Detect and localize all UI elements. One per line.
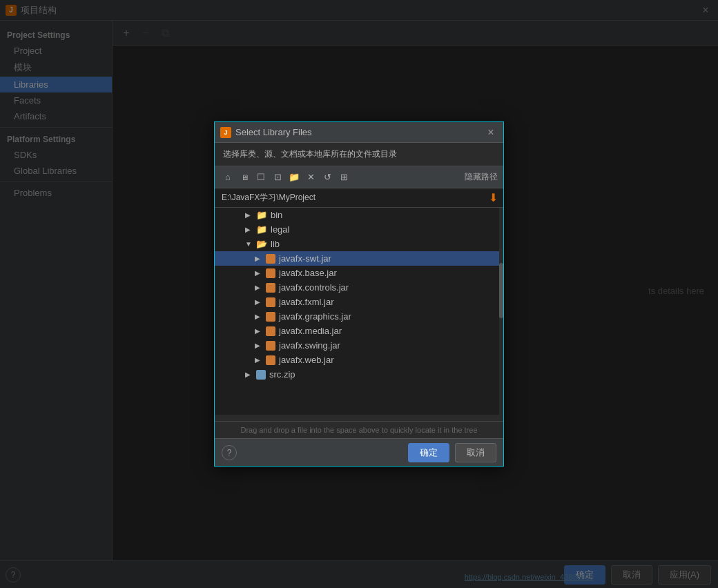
modal-download-icon[interactable]: ⬇ bbox=[489, 191, 498, 204]
tree-item-label: legal bbox=[271, 224, 289, 235]
tree-item-label: javafx.base.jar bbox=[279, 268, 337, 278]
folder-icon: 📁 bbox=[256, 210, 267, 220]
modal-toolbar: ⌂ 🖥 ☐ ⊡ 📁 ✕ ↺ ⊞ 隐藏路径 bbox=[215, 166, 503, 188]
modal-app-icon: J bbox=[220, 127, 231, 138]
folder-icon: 📁 bbox=[256, 224, 267, 235]
tree-item-label: javafx.web.jar bbox=[279, 355, 333, 365]
scrollbar-thumb[interactable] bbox=[499, 263, 503, 318]
chevron-icon: ▶ bbox=[255, 313, 263, 320]
jar-icon bbox=[266, 355, 275, 365]
jar-icon bbox=[266, 326, 275, 336]
chevron-icon: ▶ bbox=[255, 284, 263, 291]
tree-item-javafx-graphics[interactable]: ▶ javafx.graphics.jar bbox=[215, 309, 503, 324]
toolbar-expand-icon[interactable]: ⊞ bbox=[336, 170, 351, 185]
tree-item-bin[interactable]: ▶ 📁 bin bbox=[215, 208, 503, 222]
folder-open-icon: 📂 bbox=[256, 239, 267, 249]
toolbar-folder2-icon[interactable]: ⊡ bbox=[270, 170, 285, 185]
toolbar-desktop-icon[interactable]: 🖥 bbox=[237, 170, 252, 185]
tree-item-src-zip[interactable]: ▶ src.zip bbox=[215, 367, 503, 382]
tree-item-label: lib bbox=[271, 239, 280, 249]
modal-path-bar: E:\JavaFX学习\MyProject ⬇ bbox=[215, 188, 503, 208]
tree-item-label: src.zip bbox=[269, 369, 295, 380]
jar-icon bbox=[266, 254, 275, 264]
tree-item-legal[interactable]: ▶ 📁 legal bbox=[215, 222, 503, 237]
modal-close-button[interactable]: × bbox=[484, 126, 498, 139]
chevron-down-icon: ▼ bbox=[245, 240, 253, 248]
tree-item-label: javafx.swing.jar bbox=[279, 340, 340, 351]
modal-subtitle: 选择库类、源、文档或本地库所在的文件或目录 bbox=[215, 143, 503, 166]
chevron-icon: ▶ bbox=[255, 356, 263, 364]
tree-item-javafx-controls[interactable]: ▶ javafx.controls.jar bbox=[215, 280, 503, 295]
tree-item-label: bin bbox=[271, 210, 282, 220]
chevron-icon: ▶ bbox=[255, 269, 263, 277]
jar-icon bbox=[266, 312, 275, 322]
modal-drag-hint: Drag and drop a file into the space abov… bbox=[215, 421, 503, 438]
tree-item-javafx-media[interactable]: ▶ javafx.media.jar bbox=[215, 324, 503, 338]
toolbar-folder1-icon[interactable]: ☐ bbox=[253, 170, 269, 185]
tree-item-label: javafx.controls.jar bbox=[279, 282, 349, 293]
modal-confirm-button[interactable]: 确定 bbox=[408, 443, 449, 462]
tree-item-javafx-swing[interactable]: ▶ javafx.swing.jar bbox=[215, 338, 503, 353]
modal-path-text: E:\JavaFX学习\MyProject bbox=[222, 192, 316, 204]
jar-icon bbox=[266, 283, 275, 293]
chevron-icon: ▶ bbox=[255, 298, 263, 306]
tree-item-label: javafx.fxml.jar bbox=[279, 297, 333, 307]
chevron-icon: ▶ bbox=[255, 255, 263, 262]
modal-bottom-bar: ? 确定 取消 bbox=[215, 438, 503, 466]
toolbar-home-icon[interactable]: ⌂ bbox=[220, 170, 235, 185]
zip-icon bbox=[256, 370, 266, 380]
tree-item-javafx-swt[interactable]: ▶ javafx-swt.jar bbox=[215, 251, 503, 266]
toolbar-refresh-icon[interactable]: ↺ bbox=[320, 170, 335, 185]
chevron-icon: ▶ bbox=[245, 211, 253, 219]
select-library-files-dialog: J Select Library Files × 选择库类、源、文档或本地库所在… bbox=[214, 121, 504, 467]
hide-path-button[interactable]: 隐藏路径 bbox=[465, 171, 498, 183]
modal-file-tree[interactable]: ▶ 📁 bin ▶ 📁 legal ▼ 📂 lib bbox=[215, 208, 503, 415]
toolbar-delete-icon[interactable]: ✕ bbox=[303, 170, 318, 185]
modal-tree-container: ▶ 📁 bin ▶ 📁 legal ▼ 📂 lib bbox=[215, 208, 503, 421]
modal-title-bar: J Select Library Files × bbox=[215, 122, 503, 143]
modal-help-icon[interactable]: ? bbox=[222, 445, 237, 460]
modal-cancel-button[interactable]: 取消 bbox=[455, 443, 496, 462]
jar-icon bbox=[266, 268, 275, 278]
tree-item-javafx-web[interactable]: ▶ javafx.web.jar bbox=[215, 353, 503, 367]
chevron-icon: ▶ bbox=[245, 226, 253, 233]
tree-item-lib[interactable]: ▼ 📂 lib bbox=[215, 237, 503, 251]
jar-icon bbox=[266, 297, 275, 307]
scrollbar-track bbox=[499, 208, 503, 421]
modal-title: Select Library Files bbox=[235, 127, 484, 137]
tree-item-label: javafx.media.jar bbox=[279, 326, 342, 336]
tree-item-javafx-fxml[interactable]: ▶ javafx.fxml.jar bbox=[215, 295, 503, 309]
tree-item-javafx-base[interactable]: ▶ javafx.base.jar bbox=[215, 266, 503, 280]
chevron-icon: ▶ bbox=[245, 371, 253, 378]
tree-item-label: javafx-swt.jar bbox=[279, 253, 331, 264]
modal-overlay: J Select Library Files × 选择库类、源、文档或本地库所在… bbox=[0, 0, 718, 588]
tree-item-label: javafx.graphics.jar bbox=[279, 311, 351, 322]
toolbar-open-folder-icon[interactable]: 📁 bbox=[287, 170, 302, 185]
jar-icon bbox=[266, 341, 275, 351]
chevron-icon: ▶ bbox=[255, 327, 263, 335]
chevron-icon: ▶ bbox=[255, 342, 263, 349]
